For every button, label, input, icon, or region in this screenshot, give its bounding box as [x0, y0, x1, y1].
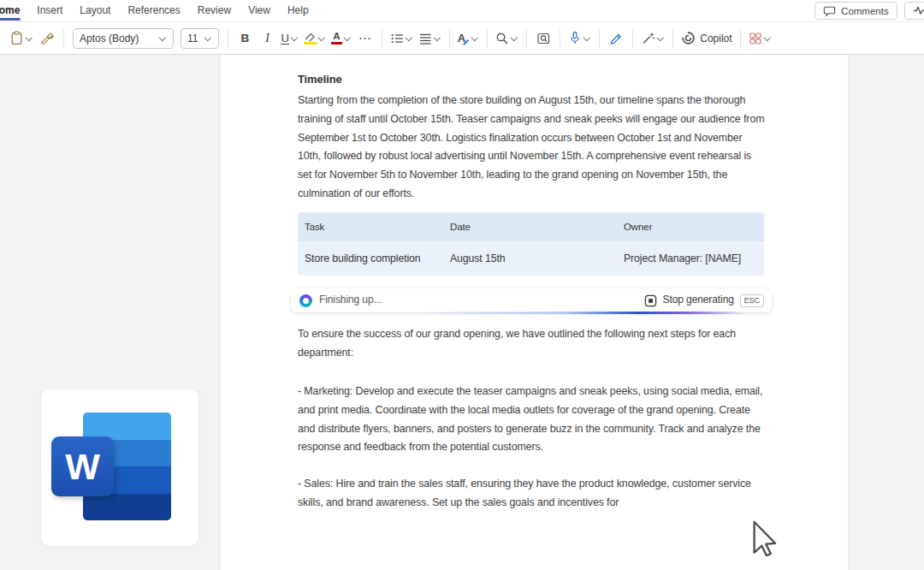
word-logo-letter: W	[65, 448, 100, 485]
tab-help[interactable]: Help	[279, 0, 317, 22]
highlight-button[interactable]	[301, 27, 329, 50]
chevron-down-icon	[344, 34, 352, 42]
page-content: Timeline Starting from the completion of…	[298, 73, 765, 513]
more-icon: ⋯	[358, 31, 372, 46]
copilot-icon	[681, 31, 696, 45]
next-steps-paragraph: To ensure the success of our grand openi…	[298, 325, 765, 363]
tab-references[interactable]: References	[119, 0, 188, 22]
search-icon	[495, 32, 509, 45]
chevron-down-icon	[764, 34, 772, 42]
designer-icon	[536, 32, 551, 45]
menu-right-group: Comments C	[814, 2, 924, 20]
paste-button[interactable]	[7, 27, 36, 50]
stop-icon[interactable]	[644, 294, 657, 307]
line-spacing-icon	[418, 32, 432, 45]
copilot-icon	[299, 294, 312, 307]
underline-button[interactable]: U	[278, 27, 300, 50]
chevron-down-icon	[434, 34, 441, 42]
more-font-options-button[interactable]: ⋯	[354, 27, 376, 50]
chevron-down-icon	[204, 34, 212, 42]
divider	[63, 29, 64, 48]
bold-icon: B	[241, 32, 250, 45]
styles-button[interactable]: A	[455, 27, 482, 50]
divider	[228, 29, 228, 48]
auto-rewrite-button[interactable]	[638, 27, 667, 50]
chevron-down-icon	[583, 34, 591, 42]
font-name-select[interactable]: Aptos (Body)	[73, 28, 174, 49]
line-spacing-button[interactable]	[416, 27, 444, 50]
copilot-status-text: Finishing up...	[319, 291, 382, 310]
copilot-actions-group: Stop generating ESC	[644, 291, 764, 310]
chevron-down-icon	[406, 34, 413, 42]
chevron-down-icon	[511, 34, 518, 42]
font-name-value: Aptos (Body)	[80, 33, 152, 45]
bold-button[interactable]: B	[234, 27, 256, 50]
tab-view[interactable]: View	[240, 0, 279, 22]
comments-icon	[823, 4, 836, 17]
format-painter-icon	[39, 32, 55, 45]
divider	[449, 29, 450, 48]
tab-layout[interactable]: Layout	[71, 0, 119, 22]
divider	[382, 29, 382, 48]
designer-button[interactable]	[532, 27, 554, 50]
paste-clipboard-icon	[9, 31, 24, 45]
table-cell-task: Store building completion	[298, 243, 443, 276]
font-size-select[interactable]: 11	[181, 28, 219, 49]
chevron-down-icon	[159, 34, 167, 42]
doc-heading-timeline: Timeline	[298, 73, 765, 86]
activity-pulse-icon	[913, 4, 924, 17]
comments-button[interactable]: Comments	[814, 2, 897, 20]
magic-wand-icon	[641, 32, 655, 45]
copilot-status-bar: Finishing up... Stop generating ESC	[291, 288, 772, 312]
table-row: Store building completion August 15th Pr…	[298, 243, 764, 276]
catch-up-button[interactable]: C	[904, 2, 924, 20]
chevron-down-icon	[657, 34, 665, 42]
document-canvas: Timeline Starting from the completion of…	[0, 55, 924, 570]
marketing-paragraph: - Marketing: Develop and execute the tea…	[298, 383, 765, 457]
timeline-paragraph: Starting from the completion of the stor…	[298, 92, 765, 204]
copilot-status-group: Finishing up...	[299, 291, 382, 310]
styles-icon: A	[458, 33, 465, 44]
timeline-table[interactable]: Task Date Owner Store building completio…	[298, 212, 764, 276]
editor-button[interactable]	[605, 27, 627, 50]
divider	[526, 29, 527, 48]
ribbon-toolbar: Aptos (Body) 11 B I U A ⋯	[0, 22, 924, 55]
tab-home[interactable]: Home	[0, 0, 28, 22]
word-logo-card: W	[41, 389, 198, 546]
tab-review[interactable]: Review	[189, 0, 240, 22]
copilot-progress-glow	[412, 312, 748, 314]
esc-key-badge: ESC	[740, 294, 764, 307]
dictate-button[interactable]	[566, 27, 594, 50]
divider	[599, 29, 600, 48]
add-ins-grid-icon	[749, 32, 762, 45]
table-header-owner: Owner	[617, 212, 764, 242]
format-painter-button[interactable]	[36, 27, 58, 50]
table-header-task: Task	[298, 212, 443, 242]
menu-bar: Home Insert Layout References Review Vie…	[0, 0, 924, 22]
divider	[487, 29, 488, 48]
font-size-value: 11	[187, 33, 198, 45]
sales-paragraph: - Sales: Hire and train the sales staff,…	[298, 475, 765, 513]
table-cell-owner: Project Manager: [NAME]	[617, 243, 764, 276]
chevron-down-icon	[318, 34, 326, 42]
copilot-label: Copilot	[700, 33, 732, 45]
add-ins-button[interactable]	[746, 27, 774, 50]
font-color-icon: A	[331, 32, 342, 45]
copilot-button[interactable]: Copilot	[678, 27, 734, 50]
italic-button[interactable]: I	[256, 27, 278, 50]
bullet-list-button[interactable]	[388, 27, 416, 50]
table-header-date: Date	[443, 212, 617, 242]
underline-icon: U	[281, 33, 288, 45]
stop-generating-button[interactable]: Stop generating	[663, 291, 734, 310]
table-cell-date: August 15th	[443, 243, 617, 276]
chevron-down-icon	[291, 34, 299, 42]
tab-insert[interactable]: Insert	[28, 0, 71, 22]
divider	[740, 29, 741, 48]
word-logo-w-square: W	[51, 436, 114, 496]
font-color-button[interactable]: A	[329, 27, 354, 50]
find-button[interactable]	[493, 27, 521, 50]
chevron-down-icon	[26, 34, 33, 42]
table-header-row: Task Date Owner	[298, 212, 764, 243]
divider	[560, 29, 560, 48]
document-page[interactable]: Timeline Starting from the completion of…	[221, 55, 848, 570]
